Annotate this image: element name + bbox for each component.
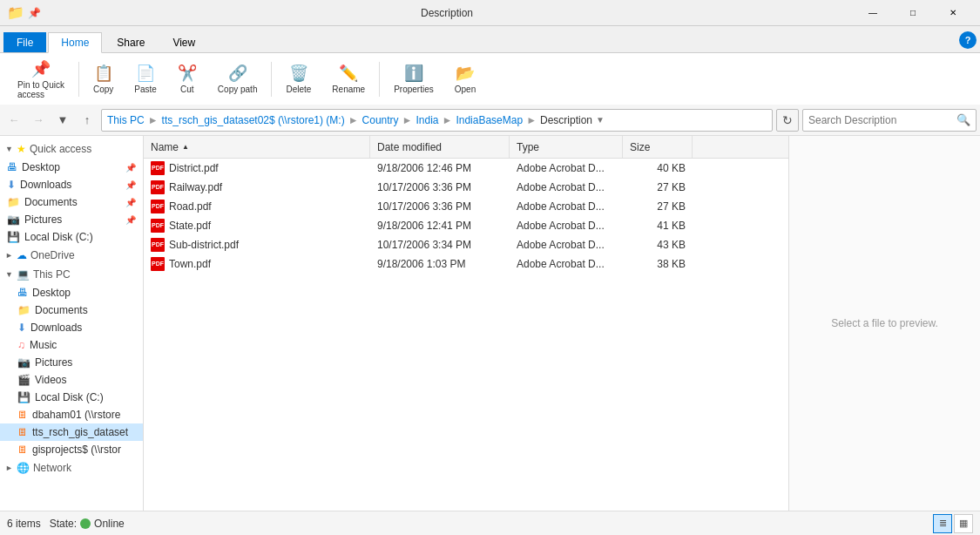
music-icon: ♫ [17,339,25,351]
table-row[interactable]: PDF Railway.pdf 10/17/2006 3:36 PM Adobe… [144,178,788,197]
paste-btn[interactable]: 📄 Paste [127,62,164,96]
sidebar-item-downloads-quick[interactable]: ⬇ Downloads 📌 [0,176,143,193]
table-row[interactable]: PDF Town.pdf 9/18/2006 1:03 PM Adobe Acr… [144,254,788,274]
table-row[interactable]: PDF Road.pdf 10/17/2006 3:36 PM Adobe Ac… [144,197,788,216]
search-icon[interactable]: 🔍 [956,113,970,126]
localdisk-icon: 💾 [17,391,30,403]
network-drive-icon: 🗏 [17,409,28,421]
pdf-icon: PDF [151,257,165,271]
sidebar-item-desktop-quick[interactable]: 🖶 Desktop 📌 [0,159,143,176]
maximize-button[interactable]: □ [893,0,933,26]
breadcrumb-current: Description [540,114,592,126]
file-list: PDF District.pdf 9/18/2006 12:46 PM Adob… [144,159,788,511]
onedrive-group[interactable]: ► ☁ OneDrive [0,246,143,265]
copy-btn[interactable]: 📋 Copy [86,62,120,96]
table-row[interactable]: PDF District.pdf 9/18/2006 12:46 PM Adob… [144,159,788,178]
large-icons-button[interactable]: ▦ [954,514,973,533]
properties-btn[interactable]: ℹ️ Properties [387,62,441,96]
sidebar-item-videos-thispc[interactable]: 🎬 Videos [0,371,143,389]
status-state: State: Online [50,518,125,530]
pin-icon: 📌 [125,163,136,173]
quick-access-group[interactable]: ▼ ★ Quick access [0,139,143,159]
file-size: 27 KB [623,200,693,213]
tab-view[interactable]: View [159,32,208,52]
tab-file[interactable]: File [3,32,46,52]
pin-to-quick-btn[interactable]: 📌 Pin to Quickaccess [10,58,71,101]
online-dot [80,518,91,529]
sidebar-item-label: Local Disk (C:) [35,391,104,403]
col-header-size[interactable]: Size [623,136,693,158]
sidebar-item-documents-quick[interactable]: 📁 Documents 📌 [0,193,143,211]
sidebar-item-gisprojects[interactable]: 🗏 gisprojects$ (\\rstor [0,441,143,458]
recent-locations-button[interactable]: ▼ [52,110,73,131]
delete-btn[interactable]: 🗑️ Delete [279,62,318,96]
pdf-icon: PDF [151,238,165,252]
file-name: Town.pdf [169,258,211,270]
close-button[interactable]: ✕ [933,0,973,26]
breadcrumb-thispc[interactable]: This PC [107,114,145,126]
main-area: ▼ ★ Quick access 🖶 Desktop 📌 ⬇ Downloads… [0,136,980,511]
forward-button[interactable]: → [28,110,49,131]
sidebar-item-pictures-thispc[interactable]: 📷 Pictures [0,354,143,371]
back-button[interactable]: ← [3,110,24,131]
titlebar: 📁 📌 Description — □ ✕ [0,0,980,26]
ribbon-content: 📌 Pin to Quickaccess 📋 Copy 📄 Paste ✂️ C… [0,52,980,105]
addressbar-chevron: ▼ [596,115,605,125]
tab-home[interactable]: Home [48,32,102,53]
sidebar-item-localdisk-thispc[interactable]: 💾 Local Disk (C:) [0,389,143,406]
file-area: Name ▲ Date modified Type Size PDF Distr… [144,136,788,511]
network-group[interactable]: ► 🌐 Network [0,458,143,477]
network-label: Network [33,462,71,474]
thispc-group[interactable]: ▼ 💻 This PC [0,265,143,284]
localdisk-icon: 💾 [7,231,20,243]
addressbar[interactable]: This PC ► tts_rsch_gis_dataset02$ (\\rst… [101,109,773,132]
sidebar-item-label: Music [30,339,57,351]
sidebar-item-label: Local Disk (C:) [24,231,93,243]
up-button[interactable]: ↑ [77,110,98,131]
sidebar-item-music-thispc[interactable]: ♫ Music [0,336,143,354]
file-date: 9/18/2006 12:46 PM [370,162,510,174]
refresh-button[interactable]: ↻ [776,109,799,132]
onedrive-icon: ☁ [17,249,27,261]
view-toggle: ≣ ▦ [933,514,973,533]
cut-btn[interactable]: ✂️ Cut [171,62,204,96]
breadcrumb-india[interactable]: India [416,114,438,126]
minimize-button[interactable]: — [853,0,893,26]
help-button[interactable]: ? [959,31,977,49]
pdf-icon: PDF [151,180,165,194]
copy-path-btn[interactable]: 🔗 Copy path [211,62,265,96]
sidebar-item-label: Desktop [32,287,71,299]
tab-share[interactable]: Share [104,32,158,52]
rename-btn[interactable]: ✏️ Rename [325,62,372,96]
sidebar-item-tts-rsch[interactable]: 🗏 tts_rsch_gis_dataset [0,423,143,441]
open-btn[interactable]: 📂 Open [448,62,483,96]
breadcrumb-drive[interactable]: tts_rsch_gis_dataset02$ (\\rstore1) (M:) [162,114,345,126]
col-header-type[interactable]: Type [510,136,623,158]
table-row[interactable]: PDF State.pdf 9/18/2006 12:41 PM Adobe A… [144,216,788,235]
col-header-name[interactable]: Name ▲ [144,136,370,158]
state-label: State: [50,518,77,530]
file-type: Adobe Acrobat D... [510,220,623,232]
details-view-button[interactable]: ≣ [933,514,952,533]
titlebar-title: Description [41,7,853,19]
desktop-icon: 🖶 [7,161,17,173]
file-name: Sub-district.pdf [169,239,239,251]
sidebar-item-pictures-quick[interactable]: 📷 Pictures 📌 [0,211,143,228]
file-date: 9/18/2006 1:03 PM [370,258,510,270]
sidebar-item-localdisk-quick[interactable]: 💾 Local Disk (C:) [0,228,143,246]
sidebar-item-label: Videos [35,374,66,386]
sort-arrow: ▲ [182,143,189,151]
table-row[interactable]: PDF Sub-district.pdf 10/17/2006 3:34 PM … [144,235,788,254]
breadcrumb-country[interactable]: Country [362,114,399,126]
sidebar: ▼ ★ Quick access 🖶 Desktop 📌 ⬇ Downloads… [0,136,144,511]
file-type: Adobe Acrobat D... [510,239,623,251]
ribbon-tabs: File Home Share View ? [0,26,980,52]
col-header-date[interactable]: Date modified [370,136,510,158]
breadcrumb-basemap[interactable]: IndiaBaseMap [456,114,523,126]
sidebar-item-downloads-thispc[interactable]: ⬇ Downloads [0,319,143,336]
sidebar-item-documents-thispc[interactable]: 📁 Documents [0,301,143,319]
searchbar[interactable]: 🔍 [802,109,977,132]
search-input[interactable] [808,114,956,126]
sidebar-item-desktop-thispc[interactable]: 🖶 Desktop [0,284,143,301]
sidebar-item-dbaham01[interactable]: 🗏 dbaham01 (\\rstore [0,406,143,423]
